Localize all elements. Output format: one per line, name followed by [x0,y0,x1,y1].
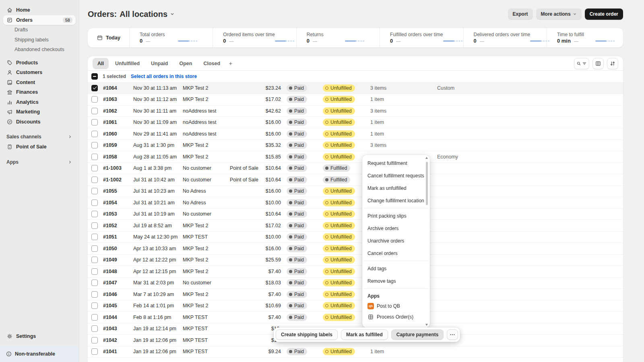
order-row[interactable]: #1048Apr 12 at 12:15 pmMKP Test 2$7.40Pa… [88,266,623,278]
menu-item-post-to-qb[interactable]: qbPost to QB [364,300,430,311]
scroll-up-icon[interactable] [425,157,428,159]
order-row[interactable]: #1051May 24 at 12:30 pmMKP TEST$10.00Pai… [88,232,623,243]
sidebar-section-sales-channels[interactable]: Sales channels [3,132,76,141]
order-row[interactable]: #1064Nov 30 at 11:13 amMKP Test 2$23.24P… [88,82,623,94]
menu-item-mark-as-unfulfilled[interactable]: Mark as unfulfilled [364,182,423,194]
sidebar-item-settings[interactable]: Settings [3,331,76,341]
row-checkbox[interactable] [91,154,98,160]
select-all-store-link[interactable]: Select all orders in this store [131,74,197,79]
menu-item-print-packing-slips[interactable]: Print packing slips [364,210,423,222]
sidebar-item-point-of-sale[interactable]: Point of Sale [3,142,76,152]
order-row[interactable]: #1062Nov 30 at 11:11 amnoAddress test$42… [88,105,623,117]
order-row[interactable]: #1058Aug 28 at 11:05 amMKP Test 2$15.85P… [88,151,623,163]
menu-item-add-tags[interactable]: Add tags [364,262,423,275]
order-row[interactable]: #1045Feb 14 at 1:01 pmMKP Test 2$10.69Pa… [88,300,623,312]
metric-ordered-items-over-time[interactable]: Ordered items over time0— [213,28,296,47]
row-checkbox[interactable] [91,245,98,252]
order-row[interactable]: #1059Aug 31 at 1:30 pmMKP Test 2$35.32Pa… [88,140,623,152]
sidebar-item-discounts[interactable]: Discounts [3,117,76,127]
tab-open[interactable]: Open [174,58,197,69]
menu-item-process-order-s[interactable]: Process Order(s) [364,311,430,322]
tab-unfulfilled[interactable]: Unfulfilled [110,58,144,69]
order-row[interactable]: #1054Jul 31 at 10:21 amNo Adress$10.00Pa… [88,197,623,209]
row-checkbox[interactable] [91,234,98,240]
row-checkbox[interactable] [91,119,98,125]
row-checkbox[interactable] [91,257,98,263]
row-checkbox[interactable] [91,222,98,229]
row-checkbox[interactable] [91,268,98,275]
row-checkbox[interactable] [91,348,98,355]
date-range-picker[interactable]: Today [88,28,129,47]
mark-as-fulfilled-button[interactable]: Mark as fulfilled [341,329,388,340]
row-checkbox[interactable] [91,337,98,343]
sidebar-item-analytics[interactable]: Analytics [3,97,76,107]
tab-closed[interactable]: Closed [198,58,225,69]
sidebar-item-products[interactable]: Products [3,58,76,68]
order-row[interactable]: #1-1003Aug 1 at 3:38 pmNo customerPoint … [88,163,623,175]
plan-banner[interactable]: Non-transferable [0,346,79,362]
row-checkbox[interactable] [91,188,98,194]
order-row[interactable]: #1044Feb 8 at 1:16 pmMKP TEST$7.40PaidUn… [88,312,623,323]
create-shipping-labels-button[interactable]: Create shipping labels [276,329,338,340]
columns-button[interactable] [592,58,604,69]
export-button[interactable]: Export [508,8,533,20]
location-picker[interactable]: All locations [120,10,175,19]
row-checkbox[interactable] [91,280,98,286]
more-actions-button[interactable]: More actions [536,8,582,20]
order-row[interactable]: #1052Jul 19 at 8:52 amMKP Test 2$17.02Pa… [88,220,623,232]
order-row[interactable]: #1061Nov 30 at 11:09 amnoAddress test$16… [88,117,623,129]
sidebar-item-content[interactable]: Content [3,78,76,88]
row-checkbox[interactable] [91,200,98,206]
row-checkbox[interactable] [91,96,98,103]
tab-all[interactable]: All [93,58,109,69]
menu-item-request-fulfillment[interactable]: Request fulfillment [364,157,423,169]
order-row[interactable]: #1050Apr 13 at 10:33 amMKP Test 2$16.00P… [88,243,623,255]
menu-item-cancel-orders[interactable]: Cancel orders [364,247,423,259]
row-checkbox[interactable] [91,302,98,309]
row-checkbox[interactable] [91,142,98,148]
order-row[interactable]: #1053Jul 31 at 10:19 amNo customer$10.64… [88,209,623,220]
metric-returns[interactable]: Returns0— [296,28,380,47]
capture-payments-button[interactable]: Capture payments [391,329,444,340]
select-all-checkbox[interactable] [91,73,98,80]
more-bulk-actions-button[interactable] [447,329,458,340]
scroll-down-icon[interactable] [425,324,428,326]
row-checkbox[interactable] [91,314,98,321]
menu-item-remove-tags[interactable]: Remove tags [364,275,423,287]
order-row[interactable]: #1060Nov 29 at 11:41 amnoAddress test$16… [88,128,623,140]
metric-total-orders[interactable]: Total orders0— [129,28,213,47]
sidebar-item-home[interactable]: Home [3,5,76,15]
metric-time-to-fulfill[interactable]: Time to fulfill0 min— [547,28,630,47]
sidebar-item-shipping-labels[interactable]: Shipping labels [3,35,76,45]
sort-button[interactable] [607,58,618,69]
row-checkbox[interactable] [91,177,98,183]
order-row[interactable]: #1041Jan 19 at 12:06 pmMKP TEST$9.24Paid… [88,346,623,358]
tab-unpaid[interactable]: Unpaid [146,58,173,69]
row-checkbox[interactable] [91,108,98,114]
create-order-button[interactable]: Create order [585,8,623,20]
row-checkbox[interactable] [91,325,98,332]
search-filter-button[interactable] [574,58,589,69]
metric-delivered-orders-over-time[interactable]: Delivered orders over time0— [463,28,547,47]
metric-fulfilled-orders-over-time[interactable]: Fulfilled orders over time0— [380,28,463,47]
sidebar-section-apps[interactable]: Apps [3,158,76,167]
sidebar-item-finances[interactable]: Finances [3,87,76,97]
row-checkbox[interactable] [91,211,98,217]
order-row[interactable]: #1055Jul 31 at 10:23 amNo Adress$16.00Pa… [88,186,623,197]
row-checkbox[interactable] [91,131,98,137]
menu-item-cancel-fulfillment-requests[interactable]: Cancel fulfillment requests [364,169,423,182]
row-checkbox[interactable] [91,85,98,91]
add-view-button[interactable] [225,58,236,69]
row-checkbox[interactable] [91,165,98,171]
order-row[interactable]: #1063Nov 30 at 11:12 amMKP Test 2$17.02P… [88,94,623,106]
menu-scrollbar[interactable] [425,157,429,326]
sidebar-item-drafts[interactable]: Drafts [3,25,76,35]
scrollbar-thumb[interactable] [426,162,428,205]
menu-item-change-fulfillment-location[interactable]: Change fulfillment location [364,194,423,207]
sidebar-item-abandoned-checkouts[interactable]: Abandoned checkouts [3,45,76,55]
order-row[interactable]: #1-1002Jul 31 at 10:42 amNo customerPoin… [88,174,623,186]
menu-item-unarchive-orders[interactable]: Unarchive orders [364,234,423,247]
row-checkbox[interactable] [91,291,98,298]
order-row[interactable]: #1046Mar 7 at 10:29 amMKP Test 2$7.40Pai… [88,289,623,300]
order-row[interactable]: #1047Mar 31 at 2:03 pmNo customer$18.03P… [88,278,623,289]
